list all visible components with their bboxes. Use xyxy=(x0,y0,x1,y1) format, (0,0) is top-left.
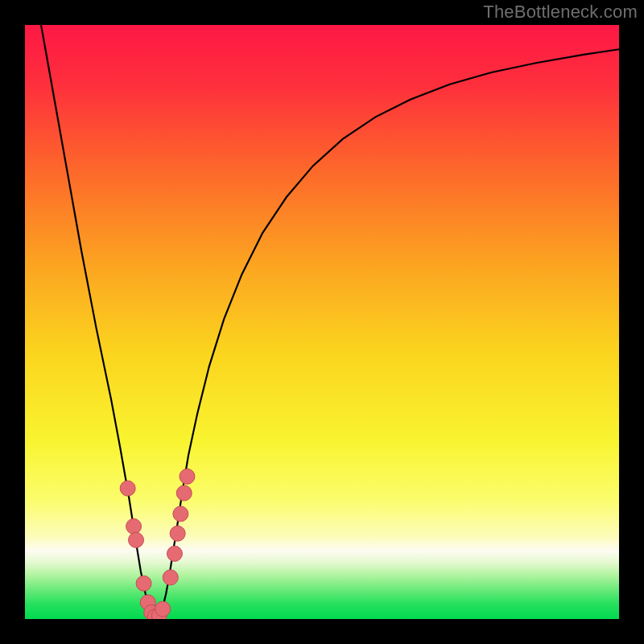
marker-dot xyxy=(126,518,142,534)
marker-dot xyxy=(155,601,171,617)
marker-dot xyxy=(129,532,144,547)
marker-dot xyxy=(136,576,151,591)
marker-dot xyxy=(173,506,188,522)
chart-frame: TheBottleneck.com xyxy=(0,0,644,644)
marker-dots xyxy=(120,469,195,619)
marker-dot xyxy=(120,481,135,496)
marker-dot xyxy=(170,526,185,541)
marker-dot xyxy=(176,485,192,501)
watermark-text: TheBottleneck.com xyxy=(483,2,638,23)
plot-area xyxy=(25,25,619,619)
curve-layer xyxy=(25,25,619,619)
marker-dot xyxy=(163,570,178,585)
marker-dot xyxy=(180,469,195,484)
marker-dot xyxy=(167,546,182,561)
bottleneck-curve xyxy=(37,25,619,617)
